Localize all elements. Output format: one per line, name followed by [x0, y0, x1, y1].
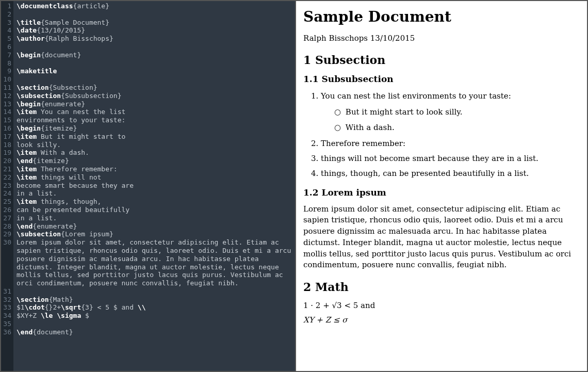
line-number: 7 [1, 51, 11, 59]
line-number: 26 [1, 206, 11, 214]
code-line[interactable]: $1\cdot{}2+\sqrt{3} < 5 $ and \\ [17, 303, 295, 312]
code-line[interactable]: \item things, though, [17, 198, 295, 206]
document-meta: Ralph Bisschops 13/10/2015 [303, 34, 580, 43]
line-number: 19 [1, 149, 11, 157]
line-number: 30 [1, 238, 11, 247]
code-line[interactable]: \begin{enumerate} [17, 100, 295, 108]
line-number: 2 [1, 10, 11, 19]
line-number: 34 [1, 312, 11, 320]
preview-pane: Sample Document Ralph Bisschops 13/10/20… [295, 1, 587, 371]
line-number: 11 [1, 84, 11, 92]
code-line[interactable] [17, 43, 295, 51]
code-line[interactable]: \begin{itemize} [17, 124, 295, 133]
code-line[interactable] [17, 75, 295, 84]
code-line[interactable]: \subsection{Lorem ipsum} [17, 230, 295, 238]
code-line[interactable] [17, 10, 295, 19]
code-line[interactable] [17, 59, 295, 68]
document-date: 13/10/2015 [370, 34, 415, 43]
code-line[interactable]: \date{13/10/2015} [17, 26, 295, 35]
code-line[interactable] [17, 287, 295, 296]
code-line[interactable]: \documentclass{article} [17, 2, 295, 10]
line-number: 14 [1, 108, 11, 116]
line-number: 23 [1, 182, 11, 190]
line-number: 22 [1, 173, 11, 182]
line-number: 15 [1, 116, 11, 124]
code-line[interactable]: can be presented beautifully [17, 206, 295, 214]
line-number: 35 [1, 320, 11, 328]
paragraph: Lorem ipsum dolor sit amet, consectetur … [303, 204, 580, 271]
code-line[interactable]: \end{enumerate} [17, 222, 295, 231]
line-number: 6 [1, 43, 11, 51]
line-number: 1 [1, 2, 11, 10]
code-line[interactable] [17, 320, 295, 328]
line-number: 33 [1, 303, 11, 312]
line-number: 28 [1, 222, 11, 231]
document-title: Sample Document [303, 8, 580, 25]
code-line[interactable]: become smart because they are [17, 182, 295, 190]
document-author: Ralph Bisschops [303, 34, 368, 43]
code-line[interactable]: environments to your taste: [17, 116, 295, 124]
code-line[interactable]: \item things will not [17, 173, 295, 182]
code-line[interactable]: Lorem ipsum dolor sit amet, consectetur … [17, 238, 295, 287]
line-number: 25 [1, 198, 11, 206]
subsection-heading: 1.2 Lorem ipsum [303, 187, 580, 198]
line-number: 36 [1, 328, 11, 336]
line-number: 16 [1, 124, 11, 133]
line-number: 24 [1, 189, 11, 198]
list-item: Therefore remember: [321, 138, 580, 150]
line-number: 10 [1, 75, 11, 84]
nested-list: But it might start to look silly. With a… [321, 106, 580, 134]
latex-source-code[interactable]: \documentclass{article} \title{Sample Do… [13, 1, 295, 371]
line-number: 21 [1, 165, 11, 173]
code-line[interactable]: look silly. [17, 141, 295, 149]
line-number: 3 [1, 19, 11, 27]
line-number: 27 [1, 214, 11, 222]
line-number: 32 [1, 296, 11, 304]
list-item: things will not become smart because the… [321, 153, 580, 165]
line-number: 4 [1, 26, 11, 35]
code-line[interactable]: in a list. [17, 214, 295, 222]
line-number: 31 [1, 287, 11, 296]
code-line[interactable]: \title{Sample Document} [17, 19, 295, 27]
line-number: 20 [1, 157, 11, 165]
latex-editor-pane[interactable]: 1234567891011121314151617181920212223242… [1, 1, 295, 371]
code-line[interactable]: in a list. [17, 189, 295, 198]
list-item: You can nest the list environments to yo… [321, 90, 580, 134]
list-item: But it might start to look silly. [334, 106, 580, 118]
code-line[interactable]: $XY+Z \le \sigma $ [17, 312, 295, 320]
section-heading: 1 Subsection [303, 53, 580, 67]
section-heading: 2 Math [303, 280, 580, 294]
list-item: With a dash. [334, 122, 580, 134]
code-line[interactable]: \subsection{Subsubsection} [17, 92, 295, 100]
app-window: 1234567891011121314151617181920212223242… [0, 0, 588, 372]
line-number: 9 [1, 67, 11, 75]
code-line[interactable]: \end{document} [17, 328, 295, 336]
code-line[interactable]: \maketitle [17, 67, 295, 75]
code-line[interactable]: \item But it might start to [17, 133, 295, 141]
subsection-heading: 1.1 Subsubsection [303, 74, 580, 84]
line-number: 18 [1, 141, 11, 149]
code-line[interactable]: \item Therefore remember: [17, 165, 295, 173]
code-line[interactable]: \section{Subsection} [17, 84, 295, 92]
code-line[interactable]: \end{itemize} [17, 157, 295, 165]
code-line[interactable]: \item With a dash. [17, 149, 295, 157]
math-expression: XY + Z ≤ σ [303, 315, 580, 325]
line-number: 17 [1, 133, 11, 141]
line-number: 29 [1, 230, 11, 238]
math-expression: 1 · 2 + √3 < 5 and [303, 301, 580, 310]
line-number: 5 [1, 35, 11, 43]
enumerated-list: You can nest the list environments to yo… [303, 90, 580, 180]
line-number: 8 [1, 59, 11, 68]
code-line[interactable]: \section{Math} [17, 296, 295, 304]
code-line[interactable]: \item You can nest the list [17, 108, 295, 116]
list-item: things, though, can be presented beautif… [321, 168, 580, 180]
line-number: 13 [1, 100, 11, 108]
code-line[interactable]: \begin{document} [17, 51, 295, 59]
code-line[interactable]: \author{Ralph Bisschops} [17, 35, 295, 43]
line-number-gutter: 1234567891011121314151617181920212223242… [1, 1, 13, 371]
line-number: 12 [1, 92, 11, 100]
